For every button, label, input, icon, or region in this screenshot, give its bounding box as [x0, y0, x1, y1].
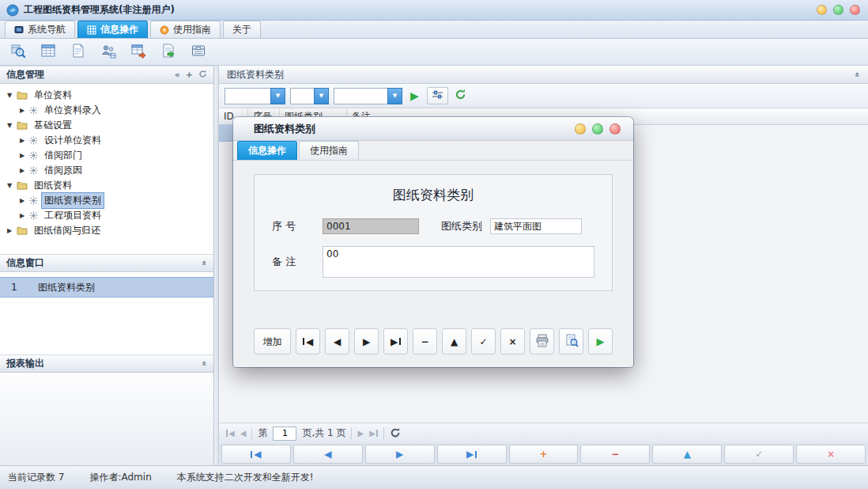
document-button[interactable]: [68, 42, 89, 63]
tree-item-unit-data-entry[interactable]: ▶ 单位资料录入: [0, 103, 213, 118]
first-record-button[interactable]: ◀: [296, 328, 320, 354]
execute-filter-button[interactable]: ▶: [407, 90, 422, 101]
report-button[interactable]: [158, 42, 179, 63]
cancel-record-button[interactable]: ×: [500, 328, 525, 354]
pager-first-button[interactable]: ◀: [226, 430, 235, 438]
export-button[interactable]: [128, 42, 149, 63]
add-button[interactable]: 增加: [254, 328, 291, 354]
nav-prev-button[interactable]: ◀: [293, 445, 363, 464]
expand-arrow-icon[interactable]: ▼: [6, 122, 13, 129]
expand-arrow-icon[interactable]: ▶: [6, 227, 13, 234]
category-field[interactable]: 建筑平面图: [490, 218, 582, 234]
separator: [251, 427, 252, 440]
expand-arrow-icon[interactable]: ▶: [18, 152, 26, 159]
printer-icon: [535, 334, 549, 349]
nav-delete-button[interactable]: −: [580, 445, 650, 464]
dialog-close-button[interactable]: [609, 123, 621, 135]
filter-field-input[interactable]: [225, 88, 270, 104]
nav-next-button[interactable]: ▶: [365, 445, 435, 464]
dialog-titlebar[interactable]: 图纸资料类别: [233, 117, 633, 141]
tree-item-basic-settings[interactable]: ▼ 基础设置: [0, 118, 213, 133]
print-preview-button[interactable]: [559, 328, 583, 354]
add-icon[interactable]: +: [186, 70, 193, 79]
print-button[interactable]: [530, 328, 554, 354]
pager-last-button[interactable]: ▶: [369, 430, 378, 438]
filter-settings-button[interactable]: [427, 87, 448, 104]
last-record-button[interactable]: ▶: [383, 328, 408, 354]
navigation-tree: ▼ 单位资料 ▶ 单位资料录入 ▼ 基础设置 ▶ 设计单位资料: [0, 84, 213, 254]
collapse-panel-icon[interactable]: «: [852, 71, 862, 77]
run-button[interactable]: ▶: [588, 328, 613, 354]
expand-arrow-icon[interactable]: ▼: [6, 182, 13, 189]
nav-cancel-button[interactable]: ×: [796, 445, 866, 464]
nav-first-button[interactable]: ◀: [221, 445, 291, 464]
dialog-minimize-button[interactable]: [575, 123, 586, 135]
form-groupbox: 图纸资料类别 序 号 0001 图纸类别 建筑平面图 备 注 00: [254, 174, 613, 291]
dropdown-button[interactable]: ▼: [314, 88, 329, 104]
panel-header-info-window: 信息窗口 «: [0, 254, 213, 272]
collapse-panel-icon[interactable]: «: [199, 361, 209, 366]
nav-last-button[interactable]: ▶: [437, 445, 507, 464]
pager-prev-button[interactable]: ◀: [240, 430, 247, 438]
post-record-button[interactable]: ✓: [471, 328, 496, 354]
pager-next-button[interactable]: ▶: [357, 430, 364, 438]
expand-arrow-icon[interactable]: ▶: [18, 212, 26, 219]
tab-about[interactable]: 关于: [223, 21, 261, 38]
expand-arrow-icon[interactable]: ▶: [18, 197, 26, 204]
tab-info-operations[interactable]: 信息操作: [77, 21, 148, 38]
datagrid-button[interactable]: [38, 42, 58, 63]
tree-item-drawing-category[interactable]: ▶ 图纸资料类别: [0, 193, 213, 208]
next-record-button[interactable]: ▶: [354, 328, 379, 354]
prev-record-button[interactable]: ◀: [325, 328, 349, 354]
close-icon: ×: [508, 337, 516, 347]
tree-item-drawing-data[interactable]: ▼ 图纸资料: [0, 178, 213, 193]
units-button[interactable]: [98, 42, 119, 63]
tree-item-project-data[interactable]: ▶ 工程项目资料: [0, 208, 213, 223]
tab-user-guide[interactable]: 使用指南: [150, 21, 221, 38]
dialog-maximize-button[interactable]: [592, 123, 603, 135]
refresh-icon[interactable]: [198, 70, 207, 80]
tab-system-nav[interactable]: 系统导航: [5, 21, 75, 38]
nav-edit-button[interactable]: ▲: [652, 445, 722, 464]
dialog-tab-info-operations[interactable]: 信息操作: [237, 141, 297, 160]
tree-item-label: 工程项目资料: [41, 207, 104, 224]
tree-item-borrow-reason[interactable]: ▶ 借阅原因: [0, 163, 213, 178]
dropdown-button[interactable]: ▼: [387, 88, 402, 104]
delete-record-button[interactable]: −: [413, 328, 437, 354]
expand-arrow-icon[interactable]: ▼: [6, 92, 13, 99]
expand-arrow-icon[interactable]: ▶: [18, 167, 26, 174]
refresh-button[interactable]: [453, 89, 468, 103]
filter-operator-input[interactable]: [290, 88, 314, 104]
cardfile-button[interactable]: [188, 42, 209, 63]
nav-post-button[interactable]: ✓: [724, 445, 794, 464]
window-maximize-button[interactable]: [833, 5, 843, 15]
form-row-remark: 备 注 00: [272, 246, 594, 278]
separator: [383, 427, 384, 440]
nav-insert-button[interactable]: +: [509, 445, 579, 464]
dialog-tab-user-guide[interactable]: 使用指南: [299, 141, 359, 160]
filter-value-input[interactable]: [334, 88, 387, 104]
search-icon: [10, 43, 26, 61]
pager-bar: ◀ ◀ 第 页,共 1 页 ▶ ▶: [219, 423, 868, 443]
window-minimize-button[interactable]: [817, 5, 827, 15]
expand-arrow-icon[interactable]: ▶: [18, 137, 26, 144]
collapse-panel-icon[interactable]: «: [199, 260, 209, 266]
window-close-button[interactable]: [850, 5, 860, 15]
content-panel-header: 图纸资料类别 «: [219, 66, 868, 84]
pager-page-input[interactable]: [273, 426, 296, 441]
expand-arrow-icon[interactable]: ▶: [18, 107, 26, 114]
record-count: 当前记录数 7: [8, 471, 64, 484]
collapse-sidebar-icon[interactable]: «: [175, 70, 180, 79]
remark-field[interactable]: 00: [323, 246, 594, 278]
tree-item-borrow-department[interactable]: ▶ 借阅部门: [0, 148, 213, 163]
edit-record-button[interactable]: ▲: [442, 328, 466, 354]
tab-label: 系统导航: [28, 23, 66, 36]
tree-item-borrow-return[interactable]: ▶ 图纸借阅与归还: [0, 223, 213, 238]
dropdown-button[interactable]: ▼: [270, 88, 285, 104]
search-button[interactable]: [8, 42, 28, 63]
info-window-row[interactable]: 1 图纸资料类别: [0, 277, 213, 298]
pager-refresh-button[interactable]: [390, 427, 401, 440]
serial-field[interactable]: 0001: [323, 218, 419, 234]
tree-item-design-unit-data[interactable]: ▶ 设计单位资料: [0, 133, 213, 148]
tree-item-unit-data[interactable]: ▼ 单位资料: [0, 88, 213, 103]
